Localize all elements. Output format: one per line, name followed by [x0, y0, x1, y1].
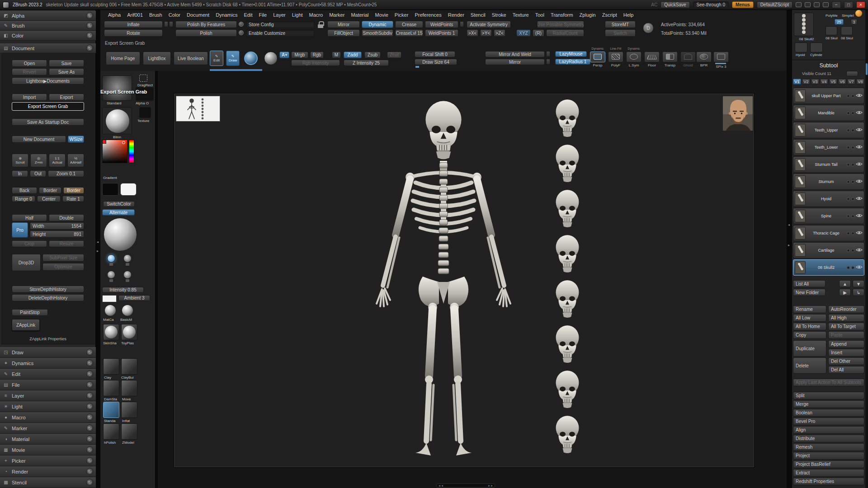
skinshade-thumbnail[interactable] [103, 324, 119, 340]
menu-item[interactable]: Material [348, 12, 372, 18]
paste-button[interactable]: Paste [828, 331, 864, 339]
mrgb-button[interactable]: Mrgb [291, 52, 308, 58]
visible-count-options-button[interactable] [846, 71, 858, 76]
pro-toggle[interactable]: Pro [12, 222, 28, 238]
uv-toggle[interactable] [851, 197, 854, 201]
center-button[interactable]: Center [37, 196, 61, 202]
sym-y-button[interactable]: >Y< [480, 29, 492, 37]
close-button[interactable]: × [856, 1, 865, 8]
uv-toggle[interactable] [851, 232, 854, 235]
skeleton-model[interactable] [340, 99, 547, 461]
double-button[interactable]: Double [49, 214, 84, 221]
resize-button[interactable]: Resize [49, 240, 84, 247]
visibility-eye-icon[interactable] [856, 93, 863, 99]
subtool-section-header[interactable]: Boolean [793, 409, 864, 417]
store-config-button[interactable]: Store Config [246, 21, 315, 28]
palette-restore-icon[interactable]: ↻ [86, 45, 93, 52]
ambient-color-swatch[interactable] [102, 295, 117, 302]
zapplink-button[interactable]: ZAppLink [12, 319, 40, 331]
skull-model[interactable] [548, 144, 587, 183]
subtool-section-header[interactable]: Extract [793, 469, 864, 477]
palette-restore-icon[interactable]: ↻ [86, 425, 93, 432]
palette-restore-icon[interactable]: ↻ [86, 12, 93, 19]
menu-item[interactable]: Alpha [105, 12, 124, 18]
palette-header[interactable]: ▩ Stencil ↻ [0, 477, 96, 488]
polypaint-toggle[interactable] [847, 112, 850, 115]
palette-restore-icon[interactable]: ↻ [86, 414, 93, 421]
canvas-h-scrollbar[interactable]: ◄◄ ►► [436, 483, 495, 488]
skull-model[interactable] [548, 370, 587, 409]
folder-branch-button[interactable]: ↳ [853, 289, 864, 296]
optimize-button[interactable]: Optimize [42, 263, 84, 271]
menu-item[interactable]: Edit [241, 12, 255, 18]
menu-item[interactable]: Dynamics [212, 12, 241, 18]
menu-item[interactable]: Zscript [599, 12, 620, 18]
uv-toggle[interactable] [851, 112, 854, 115]
palette-header-document[interactable]: ▤ Document ↻ [0, 43, 96, 53]
del-other-button[interactable]: Del Other [828, 357, 864, 365]
radialcount-slider[interactable]: RadialCount [546, 29, 584, 37]
transp-toggle[interactable] [662, 52, 678, 62]
toyplastic-thumbnail[interactable] [121, 324, 137, 340]
polypaint-toggle[interactable] [847, 215, 850, 218]
all-high-button[interactable]: All High [828, 314, 864, 322]
zoom-slider[interactable]: Zoom 0.1 [48, 170, 84, 177]
damstandard-brush-thumbnail[interactable] [103, 380, 119, 396]
save-as-button[interactable]: Save As [49, 68, 84, 75]
visibility-eye-icon[interactable] [856, 127, 863, 133]
scroll-button[interactable]: ⊕ Scroll [12, 154, 28, 167]
palette-header[interactable]: ● Macro ↻ [0, 412, 96, 423]
home-page-button[interactable]: Home Page [106, 52, 140, 65]
palette-header[interactable]: ✎ Brush ↻ [0, 21, 96, 31]
rate-slider[interactable]: Rate 1 [62, 196, 84, 202]
skull-column[interactable] [548, 99, 587, 455]
polypaint-toggle[interactable] [847, 146, 850, 149]
polish-by-features-slider[interactable]: Polish By Features [175, 21, 237, 28]
right-scrollbar[interactable] [865, 10, 868, 488]
claybuildup-brush-thumbnail[interactable] [121, 358, 137, 375]
move-brush-thumbnail[interactable] [121, 380, 137, 396]
basic-material-thumbnail[interactable] [122, 305, 133, 316]
list-all-button[interactable]: List All [793, 280, 826, 287]
weldpoints-button[interactable]: WeldPoints [425, 21, 458, 28]
apply-last-action-button[interactable]: Apply Last Action To All Subtools [793, 379, 864, 386]
subtool-thumbnail[interactable] [795, 175, 806, 188]
hpolish-brush-thumbnail[interactable] [103, 423, 119, 440]
visibility-eye-icon[interactable] [856, 213, 863, 219]
uv-toggle[interactable] [851, 163, 854, 166]
rgb-button[interactable]: Rgb [310, 52, 324, 58]
right-tray-collapse-icon[interactable]: ◂ [788, 223, 790, 227]
zsub-button[interactable]: Zsub [364, 52, 381, 58]
subtool-section-header[interactable]: Merge [793, 400, 864, 408]
draw-size-slider[interactable]: Draw Size 64 [415, 59, 457, 65]
recent-tool-3-thumbnail[interactable] [795, 42, 807, 52]
lightbox-documents-button[interactable]: Lightbox▶Documents [12, 77, 84, 84]
polypaint-toggle[interactable] [847, 129, 850, 132]
standard-brush-thumbnail[interactable] [103, 402, 119, 418]
skull-model[interactable] [548, 279, 587, 319]
uv-toggle[interactable] [851, 180, 854, 183]
menu-item[interactable]: Picker [392, 12, 412, 18]
edit-mode-button[interactable]: ✎ Edit [210, 51, 223, 66]
menu-item[interactable]: Light [289, 12, 306, 18]
current-material-thumbnail[interactable] [102, 107, 132, 134]
palette-restore-icon[interactable]: ↻ [86, 381, 93, 388]
scroll-left-icon[interactable]: ◄◄ [438, 484, 443, 487]
inflate-slider[interactable]: Inflate [104, 21, 163, 28]
visibility-eye-icon[interactable] [856, 196, 863, 202]
gyro-toggle[interactable] [244, 52, 258, 65]
draw-mode-button[interactable]: ✎ Draw [226, 51, 240, 66]
drop3d-button[interactable]: Drop3D [12, 254, 41, 271]
palette-restore-icon[interactable]: ↻ [86, 349, 93, 356]
back-button[interactable]: Back [12, 187, 37, 194]
zcut-button[interactable]: Zcut [387, 52, 401, 58]
duplicate-button[interactable]: Duplicate [793, 340, 826, 357]
light-3-toggle[interactable] [106, 271, 117, 283]
canvas[interactable]: ◄◄ ►► [158, 71, 787, 488]
current-tool-thumbnail[interactable] [794, 13, 814, 36]
zoom-button[interactable]: ◎ Z∞m [30, 154, 47, 167]
quicksave-button[interactable]: QuickSave [660, 1, 689, 8]
visibility-eye-icon[interactable] [856, 162, 863, 167]
palette-restore-icon[interactable]: ↻ [86, 32, 93, 39]
subtool-row[interactable]: Cartilage [793, 242, 864, 258]
